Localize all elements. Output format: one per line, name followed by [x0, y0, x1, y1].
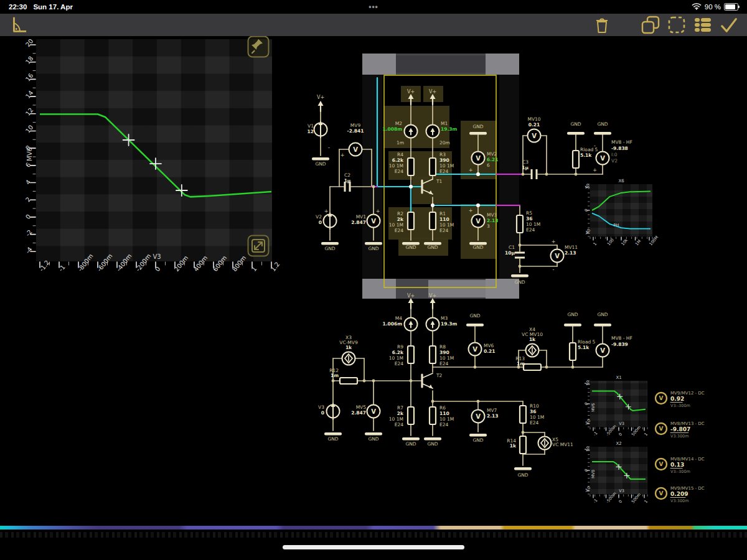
svg-text:R2: R2: [397, 211, 403, 217]
svg-text:MV5: MV5: [356, 404, 367, 410]
svg-text:-2: -2: [24, 228, 34, 238]
svg-text:390: 390: [439, 157, 449, 163]
svg-text:40: 40: [583, 183, 590, 190]
svg-text:X1: X1: [616, 375, 621, 380]
svg-text:GND: GND: [514, 279, 525, 285]
svg-text:E24: E24: [526, 227, 535, 233]
svg-text:MV1: MV1: [356, 214, 367, 220]
svg-text:0: 0: [321, 410, 324, 416]
svg-text:V: V: [532, 133, 537, 139]
meter-readout[interactable]: VMV9/MV15 - DC0.209V3:300m: [655, 486, 705, 503]
plot-resize-button[interactable]: [247, 235, 270, 257]
svg-text:E24: E24: [395, 422, 404, 427]
svg-text:0: 0: [618, 432, 623, 437]
list-select-icon[interactable]: [692, 14, 713, 35]
svg-text:C1: C1: [509, 245, 515, 250]
svg-text:V: V: [555, 253, 560, 259]
plot-pin-button[interactable]: [247, 35, 270, 58]
svg-text:GND: GND: [427, 245, 438, 250]
svg-text:V2: V2: [316, 214, 322, 220]
svg-text:MV8: MV8: [591, 470, 596, 478]
svg-text:V: V: [472, 346, 477, 353]
svg-text:10 1M: 10 1M: [389, 222, 403, 228]
marquee-select-icon[interactable]: [666, 14, 687, 35]
svg-text:+: +: [341, 152, 345, 158]
date: Sun 17. Apr: [33, 3, 72, 11]
svg-text:+: +: [469, 208, 473, 213]
svg-text:10 1M: 10 1M: [389, 355, 403, 361]
trash-icon[interactable]: [591, 14, 613, 35]
svg-text:E24: E24: [395, 228, 404, 233]
svg-text:E24: E24: [530, 420, 539, 426]
duplicate-icon[interactable]: [640, 14, 661, 35]
timeline-tick-row: [0, 532, 747, 538]
svg-text:2.847: 2.847: [351, 410, 366, 416]
svg-text:1k: 1k: [529, 337, 536, 342]
svg-text:36: 36: [530, 409, 536, 414]
confirm-check-icon[interactable]: [718, 14, 740, 35]
svg-text:6: 6: [487, 162, 490, 168]
svg-text:MV8 - HF: MV8 - HF: [611, 335, 632, 341]
svg-text:1: 1: [592, 241, 598, 246]
meter-readout[interactable]: VMV9/MV12 - DC0.92V3:-300m: [655, 391, 705, 408]
svg-text:10 1M: 10 1M: [439, 416, 454, 422]
svg-text:V: V: [659, 461, 664, 467]
svg-text:10 1M: 10 1M: [389, 416, 403, 422]
svg-text:MV6: MV6: [484, 343, 494, 348]
svg-text:V: V: [659, 490, 664, 497]
svg-text:10 1M: 10 1M: [439, 222, 454, 228]
clock: 22:30: [9, 3, 27, 11]
svg-text:10 1M: 10 1M: [439, 355, 454, 361]
svg-text:2k: 2k: [397, 411, 404, 416]
svg-text:I:0: I:0: [611, 152, 618, 157]
svg-text:V+: V+: [429, 89, 436, 95]
svg-text:GND: GND: [567, 312, 578, 317]
svg-text:V: V: [371, 408, 376, 415]
schematic-canvas[interactable]: 20181614121086420-2-4-1.2-1-800m-600m-40…: [0, 0, 747, 560]
mini-plot-x2[interactable]: X2100-10-1-500m0500m1MV8V3: [583, 441, 649, 504]
bode-plot-x6[interactable]: X6400-40110010k1M100MPH: [583, 179, 659, 246]
svg-text:V: V: [371, 218, 376, 225]
svg-text:M4: M4: [395, 315, 402, 321]
svg-text:V: V: [600, 155, 605, 162]
svg-text:0: 0: [583, 401, 589, 406]
svg-text:R6: R6: [439, 405, 446, 411]
meter-readout[interactable]: VMV8/MV14 - DC0.13V3:-300m: [655, 457, 705, 474]
meter-readout[interactable]: VMV8/MV13 - DC-9.807V3:300m: [655, 421, 705, 439]
status-bar: 22:30 Sun 17. Apr ••• 90 %: [0, 0, 747, 14]
svg-text:V1: V1: [308, 123, 314, 129]
svg-text:MV6: MV6: [591, 403, 596, 412]
svg-text:MV11: MV11: [565, 245, 578, 250]
svg-text:+: +: [552, 239, 556, 245]
svg-text:GND: GND: [368, 246, 378, 251]
circuit-schematic[interactable]: VVVVVVVVVVVV+V112-GNDMV9-2.841+C21µV20+G…: [308, 54, 632, 478]
svg-text:1.008m: 1.008m: [382, 126, 402, 132]
svg-text:V3: V3: [619, 421, 624, 426]
svg-text:1m: 1m: [331, 373, 339, 378]
svg-text:E24: E24: [395, 169, 404, 174]
svg-text:1k: 1k: [345, 345, 352, 350]
svg-text:V3:300m: V3:300m: [670, 498, 689, 503]
wifi-icon: [692, 2, 702, 11]
svg-text:V: V: [476, 218, 481, 225]
svg-text:-1: -1: [592, 431, 598, 437]
svg-text:10: 10: [583, 446, 590, 452]
svg-text:10: 10: [24, 124, 35, 134]
svg-text:GND: GND: [472, 245, 483, 250]
svg-text:2: 2: [24, 196, 32, 203]
svg-text:0.92: 0.92: [670, 396, 684, 402]
svg-text:20: 20: [24, 37, 35, 48]
main-scope-plot[interactable]: 20181614121086420-2-4-1.2-1-800m-600m-40…: [24, 37, 281, 273]
svg-text:M3: M3: [441, 315, 448, 321]
mini-plot-x1[interactable]: X1100-10-1-500m0500m1MV6V3: [583, 375, 649, 437]
svg-text:2.13: 2.13: [487, 218, 499, 223]
svg-text:GND: GND: [472, 124, 483, 129]
svg-text:V2: V2: [611, 158, 618, 164]
svg-text:4: 4: [24, 179, 32, 186]
svg-text:GND: GND: [472, 437, 483, 443]
simulation-timeline-bar[interactable]: [0, 526, 747, 530]
svg-text:E24: E24: [439, 361, 449, 366]
app-logo-angle-tool-icon[interactable]: [7, 14, 29, 35]
svg-text:V+: V+: [407, 89, 415, 95]
home-indicator[interactable]: [283, 545, 464, 549]
